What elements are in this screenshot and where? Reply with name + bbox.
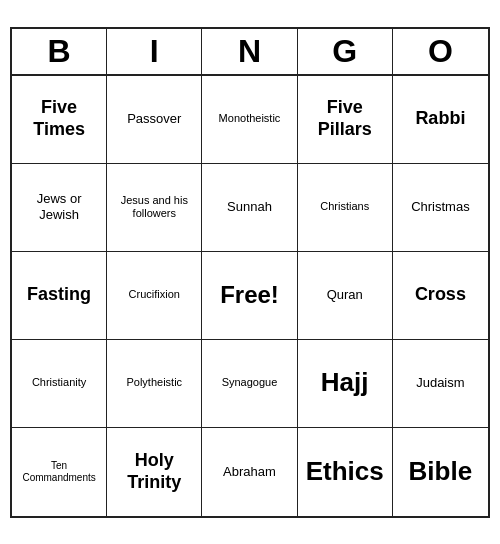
bingo-cell: Quran xyxy=(298,252,393,340)
bingo-cell: Bible xyxy=(393,428,488,516)
header-letter: I xyxy=(107,29,202,74)
bingo-cell: Christians xyxy=(298,164,393,252)
bingo-cell: Polytheistic xyxy=(107,340,202,428)
bingo-cell: Fasting xyxy=(12,252,107,340)
bingo-header: BINGO xyxy=(12,29,488,76)
bingo-cell: Ethics xyxy=(298,428,393,516)
bingo-cell: Christianity xyxy=(12,340,107,428)
bingo-cell: Hajj xyxy=(298,340,393,428)
bingo-cell: Holy Trinity xyxy=(107,428,202,516)
bingo-cell: Free! xyxy=(202,252,297,340)
bingo-cell: Crucifixion xyxy=(107,252,202,340)
header-letter: N xyxy=(202,29,297,74)
bingo-cell: Sunnah xyxy=(202,164,297,252)
bingo-cell: Abraham xyxy=(202,428,297,516)
header-letter: O xyxy=(393,29,488,74)
bingo-card: BINGO Five TimesPassoverMonotheisticFive… xyxy=(10,27,490,518)
bingo-grid: Five TimesPassoverMonotheisticFive Pilla… xyxy=(12,76,488,516)
bingo-cell: Five Pillars xyxy=(298,76,393,164)
bingo-cell: Rabbi xyxy=(393,76,488,164)
bingo-cell: Christmas xyxy=(393,164,488,252)
bingo-cell: Cross xyxy=(393,252,488,340)
header-letter: G xyxy=(298,29,393,74)
bingo-cell: Ten Commandments xyxy=(12,428,107,516)
bingo-cell: Jews or Jewish xyxy=(12,164,107,252)
bingo-cell: Five Times xyxy=(12,76,107,164)
bingo-cell: Judaism xyxy=(393,340,488,428)
header-letter: B xyxy=(12,29,107,74)
bingo-cell: Jesus and his followers xyxy=(107,164,202,252)
bingo-cell: Monotheistic xyxy=(202,76,297,164)
bingo-cell: Passover xyxy=(107,76,202,164)
bingo-cell: Synagogue xyxy=(202,340,297,428)
